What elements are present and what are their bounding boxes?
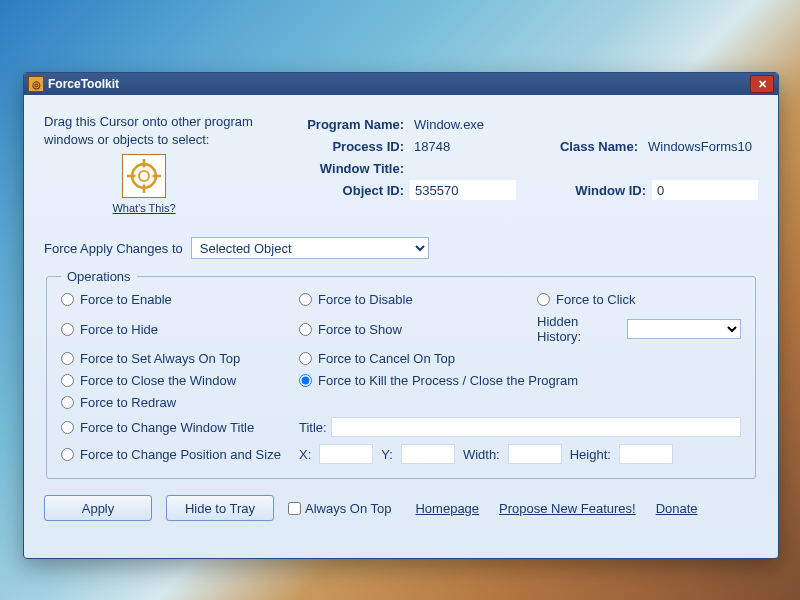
process-id-value: 18748 bbox=[410, 139, 450, 154]
op-set-top[interactable]: Force to Set Always On Top bbox=[61, 351, 299, 366]
apply-button[interactable]: Apply bbox=[44, 495, 152, 521]
width-label: Width: bbox=[463, 447, 500, 462]
op-show[interactable]: Force to Show bbox=[299, 322, 537, 337]
program-name-label: Program Name: bbox=[284, 117, 410, 132]
object-id-input[interactable] bbox=[410, 180, 516, 200]
operations-group: Operations Force to Enable Force to Disa… bbox=[46, 269, 756, 479]
window-id-input[interactable] bbox=[652, 180, 758, 200]
title-input[interactable] bbox=[331, 417, 741, 437]
class-name-value: WindowsForms10 bbox=[644, 139, 758, 154]
titlebar[interactable]: ◎ ForceToolkit ✕ bbox=[24, 73, 778, 95]
crosshair-icon bbox=[127, 159, 161, 193]
homepage-link[interactable]: Homepage bbox=[415, 501, 479, 516]
program-name-value: Window.exe bbox=[410, 117, 484, 132]
apply-to-label: Force Apply Changes to bbox=[44, 241, 183, 256]
close-icon: ✕ bbox=[758, 78, 767, 91]
finder-cursor[interactable] bbox=[122, 154, 166, 198]
svg-point-0 bbox=[132, 164, 156, 188]
op-cancel-top[interactable]: Force to Cancel On Top bbox=[299, 351, 741, 366]
close-button[interactable]: ✕ bbox=[750, 75, 774, 93]
window-id-label: Window ID: bbox=[546, 183, 652, 198]
op-hide[interactable]: Force to Hide bbox=[61, 322, 299, 337]
window-title-label: Window Title: bbox=[284, 161, 410, 176]
x-label: X: bbox=[299, 447, 311, 462]
y-label: Y: bbox=[381, 447, 393, 462]
class-name-label: Class Name: bbox=[538, 139, 644, 154]
height-input[interactable] bbox=[619, 444, 673, 464]
hidden-history-label: Hidden History: bbox=[537, 314, 621, 344]
content-area: Drag this Cursor onto other program wind… bbox=[24, 95, 778, 558]
op-kill[interactable]: Force to Kill the Process / Close the Pr… bbox=[299, 373, 741, 388]
op-close-window[interactable]: Force to Close the Window bbox=[61, 373, 299, 388]
object-id-label: Object ID: bbox=[284, 183, 410, 198]
op-change-title[interactable]: Force to Change Window Title bbox=[61, 420, 299, 435]
y-input[interactable] bbox=[401, 444, 455, 464]
cursor-hint: Drag this Cursor onto other program wind… bbox=[44, 113, 284, 148]
propose-link[interactable]: Propose New Features! bbox=[499, 501, 636, 516]
op-change-pos[interactable]: Force to Change Position and Size bbox=[61, 447, 299, 462]
always-on-top-checkbox[interactable]: Always On Top bbox=[288, 501, 391, 516]
window-title: ForceToolkit bbox=[48, 77, 119, 91]
op-disable[interactable]: Force to Disable bbox=[299, 292, 537, 307]
x-input[interactable] bbox=[319, 444, 373, 464]
apply-to-select[interactable]: Selected Object bbox=[191, 237, 429, 259]
width-input[interactable] bbox=[508, 444, 562, 464]
op-enable[interactable]: Force to Enable bbox=[61, 292, 299, 307]
hidden-history-select[interactable] bbox=[627, 319, 741, 339]
op-click[interactable]: Force to Click bbox=[537, 292, 741, 307]
hide-to-tray-button[interactable]: Hide to Tray bbox=[166, 495, 274, 521]
app-window: ◎ ForceToolkit ✕ Drag this Cursor onto o… bbox=[23, 72, 779, 559]
whats-this-link[interactable]: What's This? bbox=[112, 202, 175, 214]
title-field-label: Title: bbox=[299, 420, 327, 435]
height-label: Height: bbox=[570, 447, 611, 462]
operations-legend: Operations bbox=[61, 269, 137, 284]
svg-point-1 bbox=[139, 171, 149, 181]
donate-link[interactable]: Donate bbox=[656, 501, 698, 516]
op-redraw[interactable]: Force to Redraw bbox=[61, 395, 741, 410]
process-id-label: Process ID: bbox=[284, 139, 410, 154]
app-icon: ◎ bbox=[28, 76, 44, 92]
